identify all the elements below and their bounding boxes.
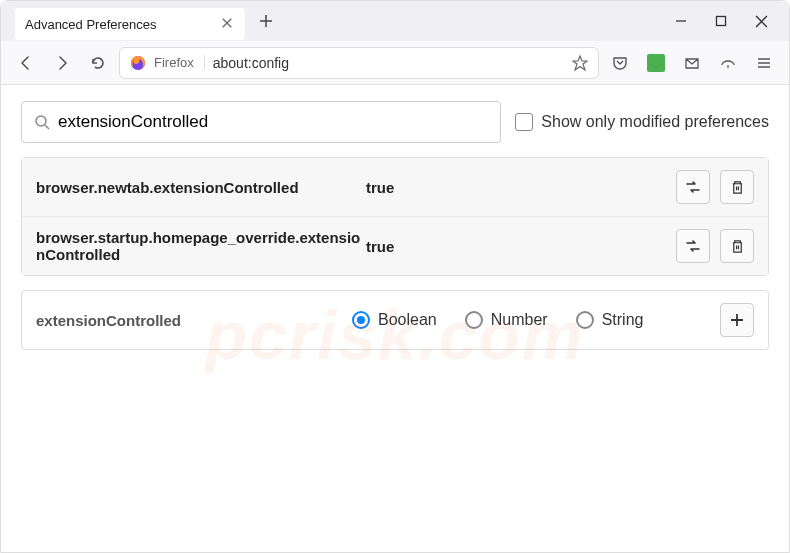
- new-tab-button[interactable]: [259, 14, 273, 28]
- reload-button[interactable]: [83, 48, 113, 78]
- radio-label: Number: [491, 311, 548, 329]
- titlebar: Advanced Preferences: [1, 1, 789, 41]
- maximize-button[interactable]: [713, 13, 729, 29]
- show-modified-checkbox-label[interactable]: Show only modified preferences: [515, 113, 769, 131]
- toggle-button[interactable]: [676, 229, 710, 263]
- close-icon[interactable]: [221, 17, 235, 31]
- tab-title: Advanced Preferences: [25, 17, 157, 32]
- inbox-icon[interactable]: [677, 48, 707, 78]
- address-bar[interactable]: Firefox about:config: [119, 47, 599, 79]
- search-icon: [34, 114, 50, 130]
- back-button[interactable]: [11, 48, 41, 78]
- radio-string[interactable]: String: [576, 311, 644, 329]
- firefox-icon: [130, 55, 146, 71]
- radio-input[interactable]: [465, 311, 483, 329]
- pref-actions: [676, 229, 754, 263]
- nav-toolbar: Firefox about:config: [1, 41, 789, 85]
- radio-label: Boolean: [378, 311, 437, 329]
- bookmark-star-icon[interactable]: [572, 55, 588, 71]
- tab-active[interactable]: Advanced Preferences: [15, 8, 245, 40]
- svg-point-2: [36, 116, 46, 126]
- pref-row[interactable]: browser.newtab.extensionControlled true: [22, 158, 768, 217]
- radio-boolean[interactable]: Boolean: [352, 311, 437, 329]
- pref-actions: [676, 170, 754, 204]
- pref-value: true: [366, 238, 676, 255]
- new-pref-row: extensionControlled Boolean Number Strin…: [21, 290, 769, 350]
- type-radio-group: Boolean Number String: [344, 311, 712, 329]
- pref-name: browser.startup.homepage_override.extens…: [36, 229, 366, 263]
- search-input[interactable]: [58, 112, 488, 132]
- address-url: about:config: [213, 55, 564, 71]
- window-frame: Advanced Preferences: [0, 0, 790, 553]
- pref-table: browser.newtab.extensionControlled true …: [21, 157, 769, 276]
- radio-number[interactable]: Number: [465, 311, 548, 329]
- svg-rect-0: [717, 17, 726, 26]
- radio-input[interactable]: [576, 311, 594, 329]
- toggle-button[interactable]: [676, 170, 710, 204]
- delete-button[interactable]: [720, 170, 754, 204]
- address-identity-label: Firefox: [154, 55, 205, 70]
- menu-button[interactable]: [749, 48, 779, 78]
- forward-button[interactable]: [47, 48, 77, 78]
- minimize-button[interactable]: [673, 13, 689, 29]
- delete-button[interactable]: [720, 229, 754, 263]
- pref-row[interactable]: browser.startup.homepage_override.extens…: [22, 217, 768, 275]
- pref-value: true: [366, 179, 676, 196]
- window-controls: [673, 13, 781, 29]
- radio-label: String: [602, 311, 644, 329]
- new-pref-name: extensionControlled: [36, 312, 336, 329]
- pocket-icon[interactable]: [605, 48, 635, 78]
- search-input-container[interactable]: [21, 101, 501, 143]
- add-button[interactable]: [720, 303, 754, 337]
- close-window-button[interactable]: [753, 13, 769, 29]
- show-modified-checkbox[interactable]: [515, 113, 533, 131]
- pref-name: browser.newtab.extensionControlled: [36, 179, 366, 196]
- search-row: Show only modified preferences: [21, 101, 769, 143]
- profile-icon[interactable]: [713, 48, 743, 78]
- checkbox-label-text: Show only modified preferences: [541, 113, 769, 131]
- content-area: pcrisk.com Show only modified preference…: [1, 85, 789, 552]
- extension-green-icon[interactable]: [641, 48, 671, 78]
- radio-input[interactable]: [352, 311, 370, 329]
